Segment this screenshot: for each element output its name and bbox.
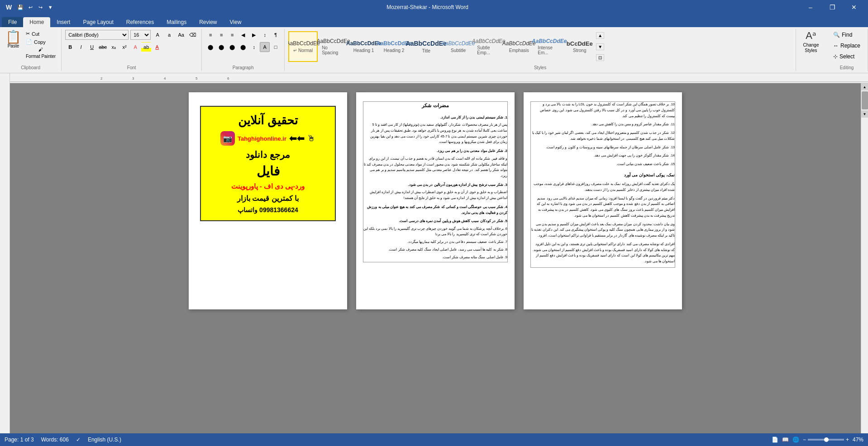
- style-title-preview: AaBbCcDdEe: [406, 40, 447, 47]
- highlight-button[interactable]: ab: [141, 42, 151, 52]
- find-button[interactable]: 🔍 Find: [830, 30, 864, 40]
- style-subtitle[interactable]: AaBbCcDdEe Subtitle: [444, 31, 473, 62]
- tab-references[interactable]: References: [120, 17, 160, 27]
- increase-indent-button[interactable]: ▶: [249, 30, 259, 40]
- style-heading1[interactable]: AaBbCcDdEe Heading 1: [349, 31, 378, 62]
- style-heading2[interactable]: AaBbCcDdEe Heading 2: [379, 31, 409, 62]
- zoom-in-button[interactable]: +: [846, 437, 849, 443]
- svg-rect-1: [10, 81, 868, 82]
- style-strong[interactable]: bCcDdEe Strong: [565, 31, 594, 62]
- tab-review[interactable]: Review: [193, 17, 223, 27]
- document-area[interactable]: تحقیق آنلاین 📷 Tahghighonline.ir ⬅⬅ 🖱 مر…: [10, 83, 861, 433]
- redo-button[interactable]: ↪: [36, 3, 45, 12]
- customize-qa-button[interactable]: ▼: [46, 3, 55, 12]
- view-reading-button[interactable]: 📖: [782, 437, 789, 443]
- bullets-button[interactable]: ≡: [205, 30, 215, 40]
- style-emphasis-label: Emphasis: [509, 48, 529, 53]
- underline-button[interactable]: U: [87, 42, 97, 52]
- cut-button[interactable]: ✂ Cut: [24, 30, 57, 38]
- format-painter-button[interactable]: 🖌 Format Painter: [24, 46, 57, 60]
- ad-title: تحقیق آنلاین: [238, 114, 297, 128]
- italic-button[interactable]: I: [76, 42, 86, 52]
- language[interactable]: English (U.S.): [88, 437, 121, 443]
- superscript-button[interactable]: x²: [119, 42, 129, 52]
- zoom-control[interactable]: − + 47%: [803, 437, 863, 443]
- shading-button[interactable]: A: [260, 42, 270, 52]
- tab-file[interactable]: File: [2, 17, 23, 27]
- style-heading2-label: Heading 2: [384, 48, 405, 53]
- ribbon-tabs: File Home Insert Page Layout References …: [0, 14, 868, 27]
- page2-item-1-desc: پس از هر بار مصرف محصولات شکردار، گلبوله…: [363, 122, 507, 145]
- style-subtle-emphasis[interactable]: AaBbCcDdEe Subtle Emp...: [474, 31, 503, 62]
- font-name-select[interactable]: Calibri (Body): [65, 30, 129, 40]
- vertical-scrollbar[interactable]: ▲ ▼: [861, 83, 868, 433]
- search-icon: 🔍: [833, 32, 840, 38]
- save-button[interactable]: 💾: [16, 3, 25, 12]
- bold-button[interactable]: B: [65, 42, 75, 52]
- zoom-slider[interactable]: [808, 439, 844, 441]
- style-title[interactable]: AaBbCcDdEe Title: [410, 31, 443, 62]
- tab-home[interactable]: Home: [23, 17, 50, 27]
- align-center-button[interactable]: ⬤: [216, 42, 226, 52]
- undo-button[interactable]: ↩: [26, 3, 35, 12]
- view-web-button[interactable]: 🌐: [792, 437, 799, 443]
- align-right-button[interactable]: ⬤: [227, 42, 237, 52]
- editing-group-label: Editing: [830, 63, 864, 70]
- text-effects-button[interactable]: A: [130, 42, 140, 52]
- page3-item-10: 10. بر خلاف تصور همگان این شکر است که کل…: [531, 102, 675, 119]
- align-left-button[interactable]: ⬤: [205, 42, 215, 52]
- page3-item-11: 11. شکر مقدار عناصر کروم و مس بدن را کاه…: [531, 122, 675, 128]
- numbering-button[interactable]: ≡: [216, 30, 226, 40]
- close-button[interactable]: ✕: [844, 0, 864, 14]
- scroll-up-button[interactable]: ▲: [861, 83, 868, 90]
- sort-button[interactable]: ↕: [260, 30, 270, 40]
- subscript-button[interactable]: x₂: [109, 42, 119, 52]
- ruler-svg: 2 3 4 5 6: [10, 73, 868, 83]
- strikethrough-button[interactable]: abc: [98, 42, 108, 52]
- replace-button[interactable]: ↔ Replace: [830, 41, 864, 51]
- tab-page-layout[interactable]: Page Layout: [76, 17, 119, 27]
- line-spacing-button[interactable]: ↕: [249, 42, 259, 52]
- border-button[interactable]: □: [271, 42, 281, 52]
- format-painter-label: Format Painter: [26, 54, 56, 59]
- spell-check-icon[interactable]: ✓: [76, 437, 81, 443]
- tab-insert[interactable]: Insert: [50, 17, 76, 27]
- style-normal[interactable]: AaBbCcDdEe ↵ Normal: [288, 31, 318, 62]
- font-color-button[interactable]: A: [152, 42, 162, 52]
- page-1: تحقیق آنلاین 📷 Tahghighonline.ir ⬅⬅ 🖱 مر…: [189, 92, 347, 309]
- style-no-spacing[interactable]: AaBbCcDdEe No Spacing: [319, 31, 348, 62]
- style-emphasis[interactable]: AaBbCcDdEe Emphasis: [504, 31, 534, 62]
- font-shrink-button[interactable]: a: [164, 30, 174, 40]
- font-size-select[interactable]: 16: [130, 30, 151, 40]
- view-normal-button[interactable]: 📄: [772, 437, 778, 443]
- page3-body: 10. بر خلاف تصور همگان این شکر است که کل…: [531, 102, 675, 265]
- show-formatting-button[interactable]: ¶: [271, 30, 281, 40]
- justify-button[interactable]: ⬤: [238, 42, 248, 52]
- multilevel-list-button[interactable]: ≡: [227, 30, 237, 40]
- decrease-indent-button[interactable]: ◀: [238, 30, 248, 40]
- styles-scroll-down-button[interactable]: ▼: [596, 43, 604, 50]
- minimize-button[interactable]: –: [800, 0, 821, 14]
- zoom-out-button[interactable]: −: [803, 437, 806, 443]
- restore-button[interactable]: ❐: [822, 0, 843, 14]
- font-group: Calibri (Body) 16 A a Aa ⌫ B I U abc x₂ …: [62, 29, 202, 71]
- copy-icon: 📄: [26, 39, 32, 45]
- change-styles-label[interactable]: Change Styles: [800, 43, 822, 53]
- tab-mailings[interactable]: Mailings: [160, 17, 193, 27]
- page-info: Page: 1 of 3: [5, 437, 34, 443]
- styles-scroll-up-button[interactable]: ▲: [596, 32, 604, 39]
- paste-button[interactable]: 📋 Paste: [4, 30, 23, 49]
- page2-title: مضرات شکر: [363, 102, 507, 110]
- page3-section-text1: یک دکترای تغذیه گفت افزایش روزانه نمک به…: [531, 181, 675, 193]
- copy-button[interactable]: 📄 Copy: [24, 38, 57, 46]
- tab-view[interactable]: View: [224, 17, 248, 27]
- change-case-button[interactable]: Aa: [176, 30, 186, 40]
- clear-formatting-button[interactable]: ⌫: [188, 30, 198, 40]
- select-button[interactable]: ⊹ Select: [830, 52, 864, 62]
- font-grow-button[interactable]: A: [153, 30, 162, 40]
- scroll-thumb[interactable]: [862, 91, 868, 109]
- change-styles-icon[interactable]: Aᵃ: [806, 30, 816, 42]
- scroll-down-button[interactable]: ▼: [861, 110, 868, 118]
- styles-more-button[interactable]: ⊡: [596, 54, 604, 61]
- style-intense-emphasis[interactable]: AaBbCcDdEe Intense Em...: [534, 31, 564, 62]
